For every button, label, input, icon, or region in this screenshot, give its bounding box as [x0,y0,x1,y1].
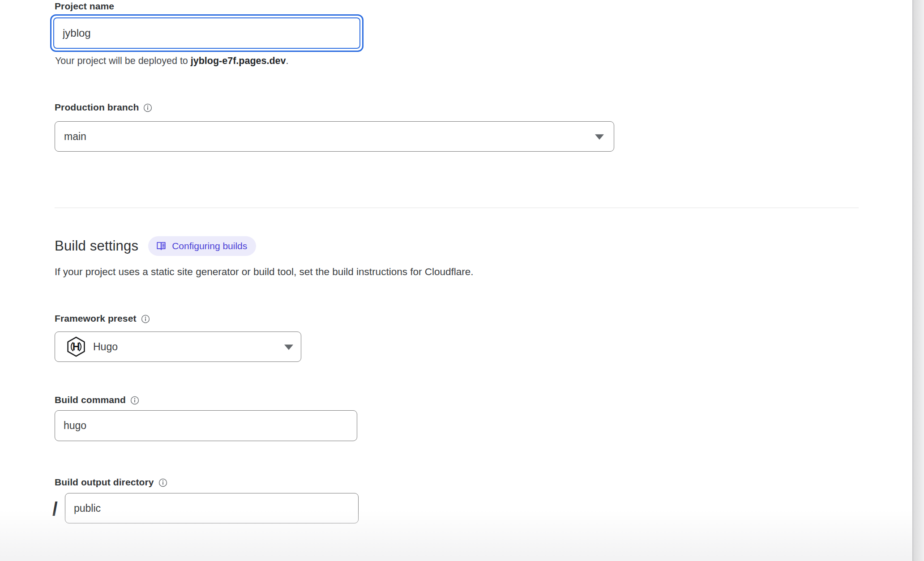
panel-right-edge [912,0,924,561]
section-divider [55,208,859,208]
configuring-builds-link[interactable]: Configuring builds [148,236,256,256]
framework-preset-select[interactable]: H Hugo [55,332,301,362]
build-command-label: Build command [55,395,139,405]
svg-text:H: H [73,341,80,353]
build-output-directory-label: Build output directory [55,477,167,488]
build-settings-description: If your project uses a static site gener… [55,266,473,278]
hugo-logo-icon: H [66,336,86,357]
build-deploy-setup-form: Project name Your project will be deploy… [0,0,924,561]
project-name-focus-ring [50,14,364,52]
build-settings-header: Build settings Configuring builds [55,236,256,256]
build-command-label-text: Build command [55,395,126,405]
production-branch-label-text: Production branch [55,102,139,113]
build-command-field [55,410,357,441]
deploy-domain: jyblog-e7f.pages.dev [191,55,286,66]
build-settings-heading: Build settings [55,238,138,254]
path-prefix-slash: / [52,494,58,524]
info-icon[interactable] [158,478,167,487]
helper-suffix: . [286,55,288,66]
framework-preset-value: Hugo [93,341,118,353]
build-output-directory-label-text: Build output directory [55,477,154,488]
info-icon[interactable] [141,314,150,323]
helper-prefix: Your project will be deployed to [55,55,191,66]
configuring-builds-label: Configuring builds [172,241,247,251]
info-icon[interactable] [130,396,139,405]
framework-preset-label-text: Framework preset [55,313,137,324]
build-output-directory-field [65,493,359,523]
project-name-label: Project name [55,1,114,12]
production-branch-label: Production branch [55,102,152,113]
project-name-input[interactable] [53,17,360,49]
info-icon[interactable] [143,103,152,112]
production-branch-value: main [64,131,86,143]
build-command-input[interactable] [55,410,357,441]
open-book-icon [155,240,167,252]
build-output-directory-input[interactable] [65,493,359,523]
chevron-down-icon [595,134,604,140]
framework-preset-label: Framework preset [55,313,150,324]
chevron-down-icon [284,344,293,350]
production-branch-select[interactable]: main [55,121,614,152]
project-name-label-text: Project name [55,1,114,12]
project-name-helper: Your project will be deployed to jyblog-… [55,55,288,67]
